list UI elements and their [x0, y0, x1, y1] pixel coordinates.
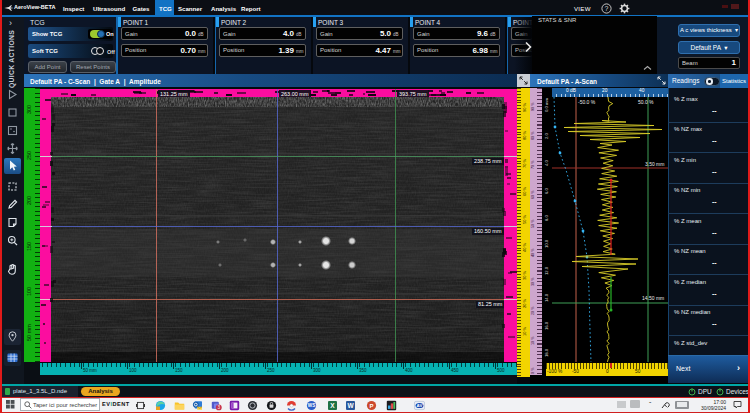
- svg-text:WS: WS: [308, 403, 315, 408]
- svg-text:3: 3: [217, 405, 220, 410]
- svg-text:X: X: [330, 402, 335, 409]
- svg-text:P: P: [369, 402, 373, 408]
- svg-text:AV: AV: [417, 403, 423, 408]
- svg-text:?: ?: [605, 5, 609, 12]
- svg-text:W: W: [347, 402, 354, 409]
